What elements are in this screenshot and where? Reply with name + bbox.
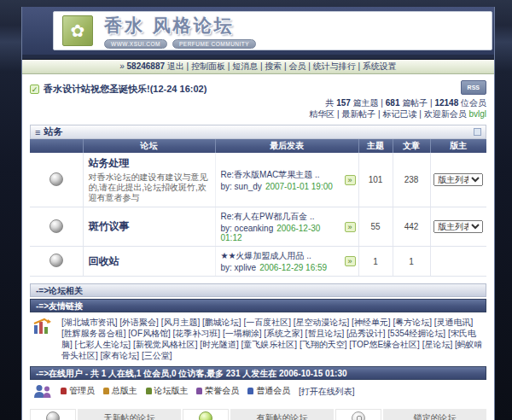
friend-link[interactable]: [三公堂] [142,351,172,360]
friend-link[interactable]: [风月主题] [161,318,201,327]
friend-link[interactable]: [一塌糊涂] [223,329,262,338]
category-title[interactable]: 站务 [44,125,62,138]
friend-link[interactable]: [胜辉服务器合租] [61,329,126,338]
online-users-icon [32,384,53,399]
stats-label: 篇帖子 | [402,98,432,108]
topics-count: 1 [358,247,393,277]
friend-link[interactable]: [一百度社区] [243,318,291,327]
col-header-articles: 文章 [393,139,430,153]
member-icon [247,388,253,394]
lastpost-title-link[interactable]: Re:有人在PW都几百金 .. [221,211,343,223]
mod-icon [146,388,152,394]
admin-icon [61,388,67,394]
legend-member: 普通会员 [247,385,290,397]
topnav-item[interactable]: 系统设置 [363,61,397,71]
col-header-lastpost: 最后发表 [215,139,358,153]
friend-link[interactable]: [家有论坛] [101,351,140,360]
legend-honor-member: 荣誉会员 [196,385,239,397]
stats-link[interactable]: 精华区 [309,109,335,119]
friend-link[interactable]: [湖北城市资讯] [61,318,118,327]
topnav-item[interactable]: 搜索 [265,61,282,71]
section-forum-related[interactable]: -=>论坛相关 [30,283,486,297]
stats-link[interactable]: 欢迎新会员 [424,109,467,119]
topnav-item[interactable]: 统计与排行 [313,61,356,71]
friend-link[interactable]: [星空动漫论坛] [294,318,350,327]
topics-count: 55 [358,207,393,247]
friend-link[interactable]: [神经单元] [352,318,391,327]
col-header-forum-icon [30,139,83,153]
online-legend: 管理员 总版主 论坛版主 荣誉会员 普通会员 [打开在线列表] [30,380,486,405]
collapse-icon[interactable] [474,128,481,136]
lastpost-title-link[interactable]: Re:香水版MAC苹果主题 .. [221,169,343,181]
stats-posts-count: 681 [386,98,400,108]
section-friend-links[interactable]: -=>友情链接 [30,299,486,312]
forum-name-link[interactable]: 回收站 [89,254,210,269]
friend-link[interactable]: [星论坛] [422,340,453,349]
stats-link[interactable]: 最新帖子 [341,109,375,119]
goto-lastpost-icon[interactable]: » [345,256,356,266]
stats-label: 位会员 [461,98,486,108]
rss-button[interactable]: RSS [461,80,486,95]
topnav-item[interactable]: 会员 [288,61,305,71]
friend-link[interactable]: [暂且论坛] [305,329,345,338]
legend-mod: 论坛版主 [146,385,189,397]
moderator-select[interactable]: 版主列表 [433,173,483,186]
topnav-item[interactable]: 控制面板 [191,61,225,71]
stats-members-count: 12148 [434,98,458,108]
site-url-badge: WWW.XSUI.COM [104,39,167,49]
lastpost-author[interactable]: by: sun_dy2007-01-01 19:00 [221,182,343,191]
announcement-text[interactable]: 香水设计站祝您圣诞快乐!(12-24 16:02) [44,83,207,96]
friend-link[interactable]: [5354经拥论坛] [387,329,445,338]
friend-link[interactable]: [时光隧道] [200,340,239,349]
friend-link[interactable]: [鹏城论坛] [202,318,241,327]
legend-admin: 管理员 [61,385,95,397]
topics-count: 101 [358,153,393,207]
stats-links: 精华区 | 最新帖子 | 标记已读 | 欢迎新会员 [309,109,466,119]
topnav-item[interactable]: 短消息 [232,61,258,71]
stats-label: 篇主题 | [353,98,383,108]
forum-name-link[interactable]: 站务处理 [89,156,210,171]
header: ✿ 香水 风格论坛 WWW.XSUI.COM PERFUME COMMUNITY [22,7,494,55]
goto-lastpost-icon[interactable]: » [345,222,356,232]
topnav-item[interactable]: 退出 [167,61,184,71]
friend-link[interactable]: [粤方论坛] [393,318,432,327]
friend-link[interactable]: [新视觉风格社区] [133,340,198,349]
friend-link[interactable]: [灵通电讯] [434,318,474,327]
stats-link[interactable]: 标记已读 [382,109,416,119]
articles-count: 238 [393,153,430,207]
category-bar-sitework: ≡ 站务 [30,125,486,139]
forum-description: 对香水论坛的建设有建议与意见的,请在此提出,论坛招收斑竹,欢迎有意者参与 [89,172,210,203]
announcement: ✓ 香水设计站祝您圣诞快乐!(12-24 16:02) [30,80,207,96]
lastpost-author[interactable]: by: xplive2006-12-29 16:59 [221,263,343,272]
locked-forum-icon [352,411,365,420]
new-member-name[interactable]: bvlgl [468,109,486,119]
moderator-select[interactable]: 版主列表 [433,220,483,233]
forum-name-link[interactable]: 斑竹议事 [89,219,210,234]
lastpost-time: 2007-01-01 19:00 [265,182,333,191]
friend-links-box: [湖北城市资讯] [外语聚会] [风月主题] [鹏城论坛] [一百度社区] [星… [30,312,486,365]
friend-link[interactable]: [童飞娱乐社区] [241,340,298,349]
no-new-posts-label: 无新帖的论坛 [78,409,181,420]
goto-lastpost-icon[interactable]: » [345,175,356,185]
friend-link[interactable]: [外语聚会] [119,318,159,327]
friend-link[interactable]: [花季补习班] [173,329,221,338]
open-online-list-link[interactable]: [打开在线列表] [299,387,355,396]
legend-supermod: 总版主 [103,385,137,397]
friend-link[interactable]: [OF风格馆] [128,329,170,338]
lastpost-author[interactable]: by: oceanking2006-12-30 01:12 [221,224,343,242]
lastpost-title-link[interactable]: ★★火爆加盟成人用品 .. [221,250,343,262]
forum-status-icon [49,172,63,186]
user-id[interactable]: 58246887 [127,61,166,71]
no-new-posts-icon [46,411,60,420]
forum-status-legend: 无新帖的论坛 有新帖的论坛 锁定的论坛 [30,409,486,420]
friend-link[interactable]: [飞翔的天空] [300,340,347,349]
new-posts-label: 有新帖的论坛 [230,409,334,420]
forum-table: 论坛 最后发表 主题 文章 版主 站务处理 对香水论坛的建设有建议与意见的,请在… [30,139,486,277]
friend-link[interactable]: [品秀设计] [346,329,386,338]
friend-link[interactable]: [TOP悠E缘合社区] [349,340,420,349]
community-badge: PERFUME COMMUNITY [172,39,256,49]
friend-link[interactable]: [系统之家] [264,329,303,338]
friend-link[interactable]: [七彩人生论坛] [75,340,131,349]
site-logo-icon[interactable]: ✿ [62,15,93,46]
top-nav: » 58246887 退出 | 控制面板 | 短消息 | 搜索 | 会员 | 统… [22,60,494,74]
